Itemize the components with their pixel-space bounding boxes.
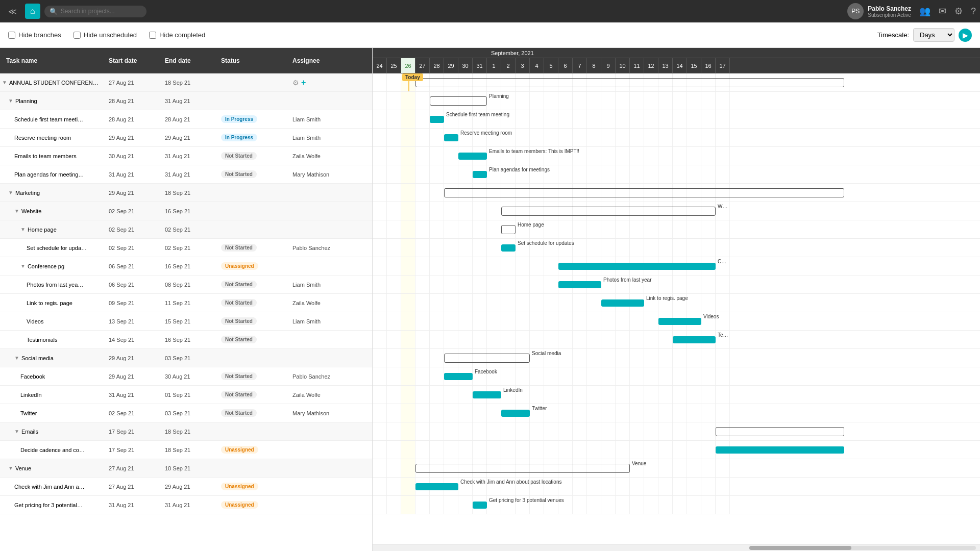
table-row[interactable]: Check with Jim and Ann a… 27 Aug 21 29 A…	[0, 478, 372, 496]
table-row[interactable]: LinkedIn 31 Aug 21 01 Sep 21 Not Started…	[0, 386, 372, 404]
table-row[interactable]: ▼ Conference pg 06 Sep 21 16 Sep 21 Unas…	[0, 257, 372, 276]
home-button[interactable]: ⌂	[25, 4, 40, 19]
status-badge: Unassigned	[221, 501, 258, 509]
table-row[interactable]: ▼ Marketing 29 Aug 21 18 Sep 21	[0, 184, 372, 202]
table-row[interactable]: Facebook 29 Aug 21 30 Aug 21 Not Started…	[0, 367, 372, 386]
cell-task-name: Testimonials	[0, 337, 105, 343]
gantt-row: Emails to team members: This is IMPT!!	[373, 147, 980, 165]
task-label: Venue	[15, 465, 31, 471]
table-row[interactable]: Get pricing for 3 potential… 31 Aug 21 3…	[0, 496, 372, 514]
timescale-group: Timescale: Days Weeks Months ▶	[877, 28, 972, 42]
table-row[interactable]: Plan agendas for meeting… 31 Aug 21 31 A…	[0, 165, 372, 184]
cell-status: Not Started	[217, 391, 288, 398]
gantt-bar-task[interactable]	[444, 134, 458, 141]
table-row[interactable]: Set schedule for upda… 02 Sep 21 02 Sep …	[0, 239, 372, 257]
table-row[interactable]: Decide cadence and co… 17 Sep 21 18 Sep …	[0, 441, 372, 459]
gantt-bar-task[interactable]	[601, 299, 644, 307]
cell-status: Not Started	[217, 372, 288, 380]
collapse-nav-button[interactable]: ≪	[4, 5, 21, 18]
status-badge: Not Started	[221, 281, 257, 288]
gantt-rows: TodayPlanningSchedule first team meeting…	[373, 73, 980, 514]
mail-icon[interactable]: ✉	[939, 6, 946, 17]
help-icon[interactable]: ?	[971, 6, 976, 17]
table-row[interactable]: ▼ ANNUAL STUDENT CONFEREN… 27 Aug 21 18 …	[0, 73, 372, 92]
table-row[interactable]: Videos 13 Sep 21 15 Sep 21 Not Started L…	[0, 312, 372, 331]
gantt-bar-task[interactable]	[501, 244, 516, 252]
task-label: Emails to team members	[14, 153, 77, 159]
gantt-header: September, 2021 242526272829303112345678…	[373, 48, 980, 73]
gantt-bar-task[interactable]	[673, 336, 716, 343]
cell-task-name: Facebook	[0, 373, 105, 380]
gantt-bar-task[interactable]	[658, 318, 701, 325]
expand-icon[interactable]: ▼	[8, 190, 13, 195]
gantt-bar-task[interactable]	[415, 483, 458, 490]
hide-branches-input[interactable]	[8, 32, 15, 39]
table-row[interactable]: Link to regis. page 09 Sep 21 11 Sep 21 …	[0, 294, 372, 312]
gantt-bar-task[interactable]	[501, 410, 530, 417]
expand-icon[interactable]: ▼	[8, 98, 13, 104]
gantt-bar-group[interactable]	[501, 225, 516, 234]
hide-unscheduled-checkbox[interactable]: Hide unscheduled	[74, 31, 137, 39]
gantt-day-cell: 2	[501, 58, 516, 73]
gantt-bar-task[interactable]	[444, 373, 473, 380]
gear-button[interactable]: ⚙	[292, 78, 299, 87]
table-row[interactable]: ▼ Home page 02 Sep 21 02 Sep 21	[0, 220, 372, 239]
table-row[interactable]: ▼ Social media 29 Aug 21 03 Sep 21	[0, 349, 372, 367]
expand-icon[interactable]: ▼	[14, 429, 19, 434]
expand-icon[interactable]: ▼	[20, 263, 26, 269]
table-row[interactable]: ▼ Venue 27 Aug 21 10 Sep 21	[0, 459, 372, 478]
gantt-bar-group[interactable]	[444, 354, 530, 363]
hide-branches-checkbox[interactable]: Hide branches	[8, 31, 61, 39]
expand-icon[interactable]: ▼	[14, 208, 19, 214]
horizontal-scrollbar[interactable]	[749, 546, 976, 550]
table-row[interactable]: ▼ Emails 17 Sep 21 18 Sep 21	[0, 422, 372, 441]
gantt-body[interactable]: TodayPlanningSchedule first team meeting…	[373, 73, 980, 544]
scrollbar-thumb[interactable]	[749, 546, 851, 550]
timescale-icon-button[interactable]: ▶	[959, 29, 972, 42]
gantt-day-cell: 31	[473, 58, 487, 73]
gantt-bar-task[interactable]	[458, 153, 487, 160]
search-input[interactable]	[61, 8, 141, 15]
gantt-bar-group[interactable]	[501, 207, 716, 216]
timescale-label: Timescale:	[877, 31, 909, 39]
hide-unscheduled-input[interactable]	[74, 32, 81, 39]
gantt-bar-group[interactable]	[415, 464, 630, 473]
cell-start-date: 06 Sep 21	[105, 282, 161, 288]
gantt-day-cell: 27	[415, 58, 430, 73]
gantt-bar-group[interactable]	[444, 188, 844, 197]
table-row[interactable]: Photos from last yea… 06 Sep 21 08 Sep 2…	[0, 276, 372, 294]
expand-icon[interactable]: ▼	[8, 465, 13, 471]
gantt-bar-task[interactable]	[558, 281, 601, 288]
bottom-scrollbar	[373, 544, 980, 551]
people-icon[interactable]: 👥	[919, 6, 930, 17]
table-row[interactable]: Twitter 02 Sep 21 03 Sep 21 Not Started …	[0, 404, 372, 422]
cell-end-date: 31 Aug 21	[161, 171, 217, 178]
today-button[interactable]: Today	[402, 73, 423, 81]
expand-icon[interactable]: ▼	[14, 355, 19, 361]
gantt-bar-group[interactable]	[415, 78, 844, 87]
table-row[interactable]: Reserve meeting room 29 Aug 21 29 Aug 21…	[0, 129, 372, 147]
gantt-bar-task[interactable]	[558, 263, 716, 270]
gantt-day-cell: 11	[630, 58, 644, 73]
expand-icon[interactable]: ▼	[20, 227, 26, 232]
timescale-select[interactable]: Days Weeks Months	[913, 28, 954, 42]
table-row[interactable]: Schedule first team meeti… 28 Aug 21 28 …	[0, 110, 372, 129]
cell-status: Not Started	[217, 244, 288, 252]
table-row[interactable]: ▼ Website 02 Sep 21 16 Sep 21	[0, 202, 372, 220]
add-task-button[interactable]: +	[301, 78, 306, 87]
settings-icon[interactable]: ⚙	[954, 6, 963, 17]
gantt-bar-task[interactable]	[716, 446, 844, 454]
gantt-bar-task[interactable]	[473, 502, 487, 509]
table-row[interactable]: ▼ Planning 28 Aug 21 31 Aug 21	[0, 92, 372, 110]
table-row[interactable]: Testimonials 14 Sep 21 16 Sep 21 Not Sta…	[0, 331, 372, 349]
gantt-bar-task[interactable]	[430, 116, 444, 123]
gantt-bar-group[interactable]	[716, 427, 844, 436]
hide-completed-input[interactable]	[149, 32, 156, 39]
expand-icon[interactable]: ▼	[2, 80, 7, 85]
table-row[interactable]: Emails to team members 30 Aug 21 31 Aug …	[0, 147, 372, 165]
gantt-bar-task[interactable]	[473, 171, 487, 178]
gantt-bar-task[interactable]	[473, 391, 501, 398]
cell-assignee: Liam Smith	[288, 282, 372, 288]
hide-completed-checkbox[interactable]: Hide completed	[149, 31, 205, 39]
gantt-bar-group[interactable]	[430, 96, 487, 106]
